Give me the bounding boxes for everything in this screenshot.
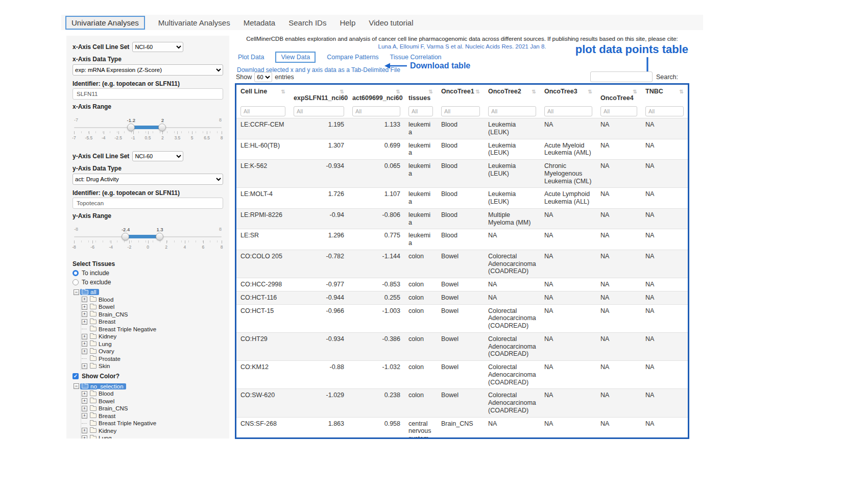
expand-icon[interactable]: + — [82, 311, 87, 317]
y-data-type-select[interactable]: act: Drug Activity — [73, 174, 223, 185]
expand-icon[interactable]: + — [82, 349, 87, 354]
y-range-handle-to[interactable] — [156, 233, 163, 240]
tab-compare-patterns[interactable]: Compare Patterns — [327, 54, 378, 61]
column-header-tissues[interactable]: ⇅tissues — [404, 85, 437, 103]
table-row-cns-sf-268[interactable]: CNS:SF-2681.8630.958central nervous syst… — [236, 417, 688, 439]
include-tree-tissue-bowel[interactable]: +Bowel — [82, 303, 223, 311]
selection-tree-tissue-lung[interactable]: +Lung — [82, 434, 223, 438]
column-header-cell-line[interactable]: ⇅Cell Line — [236, 85, 290, 103]
nav-tab-video-tutorial[interactable]: Video tutorial — [369, 18, 413, 27]
include-tree-tissue-breast-triple-negative[interactable]: Breast Triple Negative — [82, 326, 223, 333]
table-row-le-rpmi-8226[interactable]: LE:RPMI-8226-0.94-0.806leukemiaBloodMult… — [236, 208, 688, 229]
table-row-co-hct-15[interactable]: CO:HCT-15-0.966-1.003colonBowelColorecta… — [236, 304, 688, 332]
expand-icon[interactable]: + — [82, 304, 87, 310]
include-tree-tissue-ovary[interactable]: +Ovary — [82, 348, 223, 355]
y-range-slider[interactable]: -88-2.41.3-8-6-4-202468 — [74, 227, 222, 251]
filter-input-oncotree2[interactable] — [488, 106, 536, 116]
nav-tab-search-ids[interactable]: Search IDs — [288, 18, 326, 27]
include-tree-tissue-brain-cns[interactable]: +Brain_CNS — [82, 311, 223, 319]
show-color-checkbox[interactable]: ✓ Show Color? — [73, 372, 223, 381]
table-row-le-hl-60-tb[interactable]: LE:HL-60(TB)1.3070.699leukemiaBloodLeuke… — [236, 139, 688, 160]
include-tree-tissue-blood[interactable]: +Blood — [82, 296, 223, 304]
sort-icon[interactable]: ⇅ — [340, 89, 344, 94]
expand-icon[interactable]: + — [82, 406, 87, 411]
nav-tab-metadata[interactable]: Metadata — [244, 18, 276, 27]
y-range-handle-from[interactable] — [122, 233, 129, 240]
expand-icon[interactable]: + — [82, 413, 87, 419]
expand-icon[interactable]: + — [82, 398, 87, 404]
sort-icon[interactable]: ⇅ — [680, 89, 684, 94]
column-header-oncotree4[interactable]: ⇅OncoTree4 — [596, 85, 641, 103]
expand-icon[interactable]: + — [82, 297, 87, 302]
sort-icon[interactable]: ⇅ — [588, 89, 592, 94]
sort-icon[interactable]: ⇅ — [476, 89, 480, 94]
search-input[interactable] — [590, 71, 653, 82]
include-tree-tissue-breast[interactable]: +Breast — [82, 318, 223, 326]
x-range-slider[interactable]: -78-1.22-7-5.5-4-2.5-10.523.556.58 — [74, 117, 222, 142]
include-tree-tissue-kidney[interactable]: +Kidney — [82, 333, 223, 340]
table-row-le-molt-4[interactable]: LE:MOLT-41.7261.107leukemiaBloodLeukemia… — [236, 188, 688, 209]
entries-select[interactable]: 60 — [254, 72, 272, 82]
column-header-act609699-nci60[interactable]: ⇅act609699_nci60 — [348, 85, 404, 103]
expand-icon[interactable]: + — [82, 428, 87, 433]
y-identifier-input[interactable] — [73, 198, 223, 209]
collapse-icon[interactable]: − — [74, 289, 79, 295]
filter-input-oncotree3[interactable] — [544, 106, 592, 116]
include-tree-tissue-skin[interactable]: +Skin — [82, 362, 223, 370]
filter-input-tnbc[interactable] — [645, 106, 684, 116]
column-header-oncotree1[interactable]: ⇅OncoTree1 — [437, 85, 484, 103]
sort-icon[interactable]: ⇅ — [396, 89, 400, 94]
filter-input-act609699-nci60[interactable] — [352, 106, 400, 116]
tab-view-data[interactable]: View Data — [275, 52, 316, 63]
table-row-co-colo-205[interactable]: CO:COLO 205-0.782-1.144colonBowelColorec… — [236, 250, 688, 278]
expand-icon[interactable]: + — [82, 334, 87, 339]
nav-tab-univariate-analyses[interactable]: Univariate Analyses — [65, 16, 145, 30]
selection-tree-tissue-brain-cns[interactable]: +Brain_CNS — [82, 405, 223, 412]
nav-tab-help[interactable]: Help — [340, 18, 355, 27]
include-tree-root-all[interactable]: −all — [74, 288, 223, 296]
collapse-icon[interactable]: − — [74, 383, 79, 389]
tissue-include-radio[interactable]: To include — [73, 269, 223, 277]
table-row-co-hct-116[interactable]: CO:HCT-116-0.9440.255colonBowelNANANANA — [236, 291, 688, 304]
filter-input-expslfn11-nci60[interactable] — [294, 106, 344, 116]
expand-icon[interactable]: + — [82, 319, 87, 325]
table-row-co-km12[interactable]: CO:KM12-0.88-1.032colonBowelColorectal A… — [236, 361, 688, 389]
column-header-tnbc[interactable]: ⇅TNBC — [641, 85, 688, 103]
include-tree-tissue-lung[interactable]: +Lung — [82, 340, 223, 348]
x-data-type-select[interactable]: exp: mRNA Expression (Z-Score) — [73, 64, 223, 76]
selection-tree-tissue-breast[interactable]: +Breast — [82, 412, 223, 420]
expand-icon[interactable]: + — [82, 391, 87, 397]
table-row-co-sw-620[interactable]: CO:SW-620-1.0290.238colonBowelColorectal… — [236, 389, 688, 417]
selection-tree-tissue-kidney[interactable]: +Kidney — [82, 427, 223, 435]
filter-input-oncotree1[interactable] — [441, 106, 480, 116]
expand-icon[interactable]: + — [82, 435, 87, 438]
filter-input-tissues[interactable] — [408, 106, 433, 116]
x-identifier-input[interactable] — [73, 88, 223, 100]
include-tree-tissue-prostate[interactable]: Prostate — [82, 355, 223, 363]
filter-input-cell-line[interactable] — [240, 106, 285, 116]
selection-tree-tissue-bowel[interactable]: +Bowel — [82, 398, 223, 405]
sort-icon[interactable]: ⇅ — [281, 89, 285, 94]
expand-icon[interactable]: + — [82, 363, 87, 369]
y-cell-line-set-select[interactable]: NCI-60 — [132, 151, 183, 161]
column-header-expslfn11-nci60[interactable]: ⇅expSLFN11_nci60 — [290, 85, 348, 103]
sort-icon[interactable]: ⇅ — [532, 89, 536, 94]
table-row-le-k-562[interactable]: LE:K-562-0.9340.065leukemiaBloodLeukemia… — [236, 160, 688, 188]
selection-tree-tissue-blood[interactable]: +Blood — [82, 390, 223, 398]
x-range-handle-from[interactable] — [127, 124, 135, 131]
nav-tab-multivariate-analyses[interactable]: Multivariate Analyses — [158, 18, 230, 27]
x-cell-line-set-select[interactable]: NCI-60 — [132, 42, 183, 52]
table-row-le-sr[interactable]: LE:SR1.2960.775leukemiaBloodNANANANA — [236, 229, 688, 250]
selection-tree-tissue-breast-triple-negative[interactable]: Breast Triple Negative — [82, 420, 223, 427]
column-header-oncotree3[interactable]: ⇅OncoTree3 — [540, 85, 596, 103]
selection-tree-root-no-selection[interactable]: −no_selection — [74, 383, 223, 391]
sort-icon[interactable]: ⇅ — [429, 89, 433, 94]
sort-icon[interactable]: ⇅ — [633, 89, 637, 94]
expand-icon[interactable]: + — [82, 341, 87, 347]
tab-tissue-correlation[interactable]: Tissue Correlation — [390, 54, 442, 61]
table-row-le-ccrf-cem[interactable]: LE:CCRF-CEM1.1951.133leukemiaBloodLeukem… — [236, 118, 688, 139]
table-row-co-hcc-2998[interactable]: CO:HCC-2998-0.977-0.853colonBowelNANANAN… — [236, 278, 688, 291]
tab-plot-data[interactable]: Plot Data — [238, 54, 264, 61]
column-header-oncotree2[interactable]: ⇅OncoTree2 — [484, 85, 540, 103]
x-range-handle-to[interactable] — [158, 124, 166, 131]
